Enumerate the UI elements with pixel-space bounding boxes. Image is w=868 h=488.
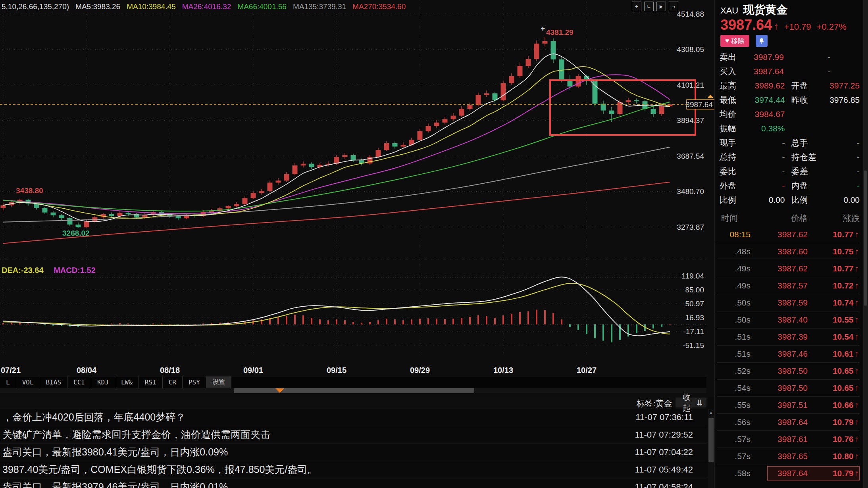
ma-value-label: MA26:4016.32 — [182, 2, 231, 11]
quote-value: - — [829, 152, 860, 162]
trade-row: .49s3987.6210.77↑ — [717, 260, 860, 277]
news-item[interactable]: 盎司关口，最新报3980.41美元/盎司，日内涨0.09%11-07 07:04… — [0, 444, 706, 461]
candle-body — [126, 213, 131, 214]
macd-histogram-bar — [352, 322, 354, 324]
news-item-time: 11-07 05:49:42 — [635, 461, 693, 478]
macd-axis-label: 119.04 — [681, 272, 704, 280]
macd-histogram-bar — [369, 322, 371, 324]
remove-favorite-button[interactable]: ♥ 移除 — [720, 35, 749, 47]
trade-price: 3987.60 — [752, 247, 808, 256]
indicator-tab-kdj[interactable]: KDJ — [91, 377, 115, 388]
macd-axis-label: 50.97 — [685, 300, 704, 308]
news-scrollbar[interactable]: ▲ — [708, 409, 714, 488]
trade-row: 08:153987.6210.77↑ — [717, 226, 860, 243]
trade-time: .51s — [717, 332, 752, 342]
alert-bell-button[interactable] — [756, 35, 768, 47]
trade-change: 10.61↑ — [808, 349, 860, 359]
indicator-tab-bias[interactable]: BIAS — [40, 377, 68, 388]
candle-body — [51, 213, 56, 215]
date-axis-label: 10/27 — [577, 366, 597, 375]
quote-label: 内盘 — [785, 180, 829, 191]
indicator-tab-设置[interactable]: 设置 — [206, 377, 231, 388]
page-scrollbar-thumb[interactable] — [864, 171, 867, 305]
macd-histogram-bar — [577, 325, 579, 330]
news-item[interactable]: 3987.40美元/盎司，COMEX白银期货下跌0.36%，报47.850美元/… — [0, 461, 706, 478]
candle-body — [459, 109, 464, 115]
indicator-tab-l[interactable]: L — [0, 377, 16, 388]
macd-histogram-bar — [511, 314, 512, 325]
news-item-text: 盎司关口，最新报3979.46美元/盎司，日内涨0.01% — [2, 481, 228, 488]
indicator-tab-vol[interactable]: VOL — [16, 377, 40, 388]
change-up-arrow-icon: ↑ — [855, 451, 859, 461]
collapse-button[interactable]: 收起 ⇊ — [676, 398, 706, 407]
quote-panel: XAU 现货黄金 3987.64 ↑ +10.79 +0.27% ♥ 移除 — [714, 0, 864, 488]
macd-histogram-bar — [311, 318, 312, 324]
quote-value: 3989.62 — [754, 81, 785, 90]
candle-body — [609, 111, 614, 114]
page-scrollbar[interactable] — [863, 0, 868, 488]
quote-label: 买入 — [717, 66, 754, 77]
price-axis-label: 3273.87 — [677, 223, 704, 231]
quote-label: 开盘 — [785, 80, 829, 91]
candle-body — [501, 83, 506, 100]
macd-histogram-bar — [144, 324, 146, 324]
indicator-tab-cr[interactable]: CR — [163, 377, 183, 388]
scroll-up-icon[interactable]: ▲ — [708, 409, 714, 416]
chart-canvas[interactable]: 4514.884308.054101.213894.373687.543480.… — [0, 0, 714, 397]
news-item[interactable]: ，金价上冲4020后回落，年底4400梦碎？11-07 07:36:11 — [0, 409, 706, 426]
price-up-marker-icon — [707, 94, 714, 98]
quote-value: 3984.67 — [754, 110, 785, 119]
macd-histogram-bar — [277, 317, 279, 325]
indicator-tab-psy[interactable]: PSY — [183, 377, 206, 388]
date-axis-label: 09/01 — [243, 366, 263, 375]
quote-value: 3977.25 — [829, 81, 860, 90]
trade-change: 10.80↑ — [808, 451, 860, 461]
macd-histogram-bar — [411, 319, 412, 324]
quote-label: 振幅 — [717, 123, 754, 134]
indicator-tab-cci[interactable]: CCI — [67, 377, 91, 388]
candle-body — [659, 106, 664, 114]
macd-histogram-bar — [552, 313, 554, 325]
change-up-arrow-icon: ↑ — [855, 264, 859, 273]
last-price: 3987.64 — [720, 17, 772, 33]
indicator-tab-rsi[interactable]: RSI — [139, 377, 163, 388]
chart-axis-icon[interactable]: ∟ — [644, 2, 654, 11]
news-panel: 标签:黄金 收起 ⇊ ，金价上冲4020后回落，年底4400梦碎？11-07 0… — [0, 397, 714, 488]
macd-axis-label: -17.11 — [683, 327, 704, 336]
candle-body — [426, 126, 431, 131]
indicator-tab-lw&[interactable]: LW& — [115, 377, 139, 388]
macd-histogram-bar — [152, 323, 154, 324]
quote-value: - — [754, 138, 785, 148]
heart-icon: ♥ — [725, 37, 729, 45]
horizontal-scrollbar[interactable] — [0, 388, 706, 393]
scrollbar-thumb[interactable] — [234, 388, 474, 393]
news-item-text: ，金价上冲4020后回落，年底4400梦碎？ — [2, 411, 185, 423]
trade-time: .49s — [717, 281, 752, 290]
news-item[interactable]: 盎司关口，最新报3979.46美元/盎司，日内涨0.01%11-07 04:58… — [0, 478, 706, 488]
macd-histogram-bar — [611, 325, 612, 342]
trade-row: .54s3987.5010.65↑ — [717, 379, 860, 396]
trade-change: 10.72↑ — [808, 281, 860, 290]
news-item-time: 11-07 07:04:22 — [635, 444, 693, 461]
exit-chart-icon[interactable]: → — [669, 2, 678, 11]
candle-body — [401, 145, 406, 146]
macd-histogram-bar — [119, 323, 121, 324]
trade-row: .50s3987.5910.74↑ — [717, 294, 860, 311]
candle-body — [1, 205, 6, 207]
candle-body — [109, 214, 114, 216]
macd-histogram-bar — [177, 325, 179, 325]
trade-time: .57s — [717, 434, 752, 444]
time-sales-column-header: 价格 — [752, 213, 808, 224]
news-item[interactable]: 关键矿产清单，避险需求回升支撑金价，油价遭供需两面夹击11-07 07:29:5… — [0, 426, 706, 444]
macd-histogram-bar — [527, 311, 529, 325]
scroll-position-marker-icon[interactable] — [275, 388, 284, 393]
candlestick-chart[interactable]: 4514.884308.054101.213894.373687.543480.… — [0, 0, 714, 397]
candle-body — [301, 164, 306, 165]
chart-play-icon[interactable]: ▶ — [656, 2, 666, 11]
trade-row: .52s3987.5010.65↑ — [717, 362, 860, 379]
candle-body — [226, 206, 231, 208]
crosshair-icon[interactable]: + — [632, 2, 641, 11]
macd-histogram-bar — [444, 319, 446, 324]
news-scrollbar-thumb[interactable] — [708, 418, 714, 462]
candle-body — [243, 198, 248, 204]
